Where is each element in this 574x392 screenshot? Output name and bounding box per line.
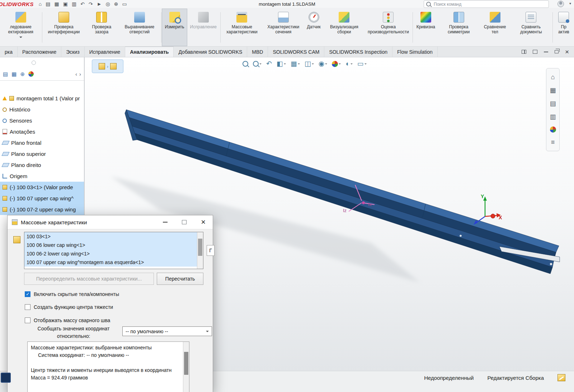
- checkbox-checked-icon[interactable]: [25, 291, 30, 297]
- tree-item-100-07-2[interactable]: (-) 100 07-2 upper cap wing: [0, 204, 84, 215]
- new-document-icon[interactable]: ▦: [55, 0, 59, 8]
- checkbox-icon[interactable]: [25, 304, 30, 310]
- open-icon[interactable]: ▤: [46, 0, 50, 8]
- appearances-icon[interactable]: [550, 126, 556, 133]
- display-style-icon[interactable]: ◫: [305, 60, 314, 68]
- tree-item-100-03[interactable]: (-) 100 03<1> (Valor prede: [0, 182, 84, 193]
- view-palette-icon[interactable]: ▥: [550, 113, 556, 120]
- select-icon[interactable]: ►: [97, 0, 102, 8]
- close-icon[interactable]: ×: [201, 218, 206, 226]
- user-avatar-icon[interactable]: [557, 1, 564, 7]
- feature-tree-tab-icon[interactable]: ▤: [3, 71, 8, 77]
- display-settings-icon[interactable]: ▭: [357, 60, 367, 68]
- ribbon-button-clearance-check[interactable]: Проверка зазора: [85, 9, 119, 46]
- list-item[interactable]: 100 03<1>: [24, 232, 203, 241]
- edit-assembly-icon[interactable]: [557, 374, 565, 381]
- tab-scroll-arrows[interactable]: ‹›: [75, 71, 81, 77]
- property-manager-tab-icon[interactable]: ▦: [11, 71, 17, 77]
- tree-item-100-07[interactable]: (-) 100 07 upper cap wing^: [0, 193, 84, 204]
- ribbon-button-curvature[interactable]: Кривизна: [414, 9, 438, 46]
- tab-dobavleniya-solidworks[interactable]: Добавления SOLIDWORKS: [174, 47, 247, 57]
- checkbox-icon[interactable]: [25, 317, 30, 323]
- section-view-icon[interactable]: ◧: [277, 60, 286, 68]
- view-scene-icon[interactable]: ◐: [345, 60, 352, 68]
- ribbon-button-check-active[interactable]: Пр актив: [554, 9, 574, 46]
- undo-icon[interactable]: ↶: [80, 0, 85, 8]
- home-icon[interactable]: ⌂: [39, 0, 42, 8]
- ribbon-button-interference-check[interactable]: Проверка интерференции: [43, 9, 84, 46]
- properties-icon[interactable]: ▭: [122, 0, 127, 8]
- ribbon-button-section-properties[interactable]: Характеристики сечения: [263, 9, 304, 46]
- ribbon-button-measure[interactable]: Измерить: [162, 9, 187, 46]
- list-scrollbar[interactable]: [197, 232, 203, 269]
- tab-flow-simulation[interactable]: Flow Simulation: [392, 47, 438, 57]
- ribbon-button-assembly-visualization[interactable]: Визуализация сборки: [324, 9, 365, 46]
- redo-icon[interactable]: ↷: [89, 0, 93, 8]
- save-icon[interactable]: ▣: [63, 0, 68, 8]
- panel-collapse-handle[interactable]: [32, 61, 36, 65]
- restore-icon[interactable]: [555, 50, 559, 53]
- view-orientation-icon[interactable]: ▦: [291, 60, 300, 68]
- hide-show-items-icon[interactable]: ◉: [319, 60, 328, 68]
- scrollbar-thumb[interactable]: [184, 352, 188, 375]
- tree-item-sensores[interactable]: Sensores: [0, 115, 84, 126]
- checkbox-row-center-of-mass[interactable]: Создать функцию центра тяжести: [25, 304, 113, 310]
- tab-mbd[interactable]: MBD: [247, 47, 268, 57]
- options-gear-icon[interactable]: ⊕: [114, 0, 118, 8]
- list-item[interactable]: 100 06-2 lower cap wing<1>: [24, 249, 203, 258]
- minimize-icon[interactable]: [544, 52, 548, 52]
- zoom-area-icon[interactable]: [253, 61, 262, 67]
- ribbon-button-hole-alignment[interactable]: Выравнивание отверстий: [119, 9, 160, 46]
- tree-item-historico[interactable]: Histórico: [0, 104, 84, 115]
- command-search[interactable]: [424, 0, 549, 8]
- list-item[interactable]: 100 06 lower cap wing<1>: [24, 241, 203, 249]
- results-textbox[interactable]: Массовые характеристики: выбранные компо…: [27, 341, 189, 392]
- selected-components-list[interactable]: 100 03<1> 100 06 lower cap wing<1> 100 0…: [24, 232, 203, 269]
- tree-item-plano-frontal[interactable]: Plano frontal: [0, 137, 84, 148]
- rebuild-icon[interactable]: ◎: [106, 0, 110, 8]
- recalculate-button[interactable]: Пересчитать: [157, 273, 203, 285]
- maximize-icon[interactable]: [182, 220, 187, 224]
- taskbar-icon[interactable]: [1, 373, 11, 383]
- tree-root-assembly[interactable]: montagem total 1 (Valor pr: [0, 93, 84, 104]
- tree-item-anotacoes[interactable]: Anotações: [0, 126, 84, 137]
- custom-properties-icon[interactable]: ≡: [551, 139, 555, 146]
- checkbox-row-hidden-bodies[interactable]: Включить скрытые тела/компоненты: [25, 291, 119, 297]
- dialog-titlebar[interactable]: Массовые характеристики ×: [8, 215, 213, 229]
- titlebar-caret-icon[interactable]: ▾: [569, 1, 571, 5]
- display-manager-tab-icon[interactable]: [28, 71, 34, 77]
- print-icon[interactable]: ▥: [72, 0, 76, 8]
- previous-view-icon[interactable]: ↶: [266, 60, 272, 68]
- ribbon-button-mass-properties[interactable]: Массовые характеристики: [221, 9, 263, 46]
- pane-single-icon[interactable]: [533, 50, 537, 54]
- tab-solidworks-inspection[interactable]: SOLIDWORKS Inspection: [324, 47, 392, 57]
- ribbon-button-symmetry-check[interactable]: Проверка симметрии: [438, 9, 479, 46]
- tree-item-origem[interactable]: Origem: [0, 171, 84, 182]
- home-icon[interactable]: ⌂: [551, 73, 555, 81]
- tree-item-plano-superior[interactable]: Plano superior: [0, 148, 84, 159]
- tab-raspolozhenie[interactable]: Расположение: [18, 47, 61, 57]
- search-input[interactable]: [433, 1, 546, 7]
- checkbox-row-weld-mass[interactable]: Отображать массу сварного шва: [25, 317, 110, 323]
- file-explorer-icon[interactable]: ▤: [550, 100, 556, 107]
- tree-item-plano-direito[interactable]: Plano direito: [0, 159, 84, 171]
- close-icon[interactable]: ×: [565, 48, 569, 55]
- edit-appearance-icon[interactable]: [332, 61, 341, 67]
- ribbon-button-compare-bodies[interactable]: Сравнение тел: [479, 9, 510, 46]
- minimize-icon[interactable]: [163, 222, 168, 223]
- tab-ispravlenie[interactable]: Исправление: [85, 47, 126, 57]
- configuration-tab-icon[interactable]: ⊕: [20, 71, 25, 77]
- selection-breadcrumb[interactable]: ›: [92, 59, 123, 73]
- tab-sborka[interactable]: рка: [0, 47, 18, 57]
- coordinate-system-dropdown[interactable]: -- по умолчанию --: [122, 326, 212, 336]
- ribbon-button-compare-documents[interactable]: Сравнить документы: [511, 9, 552, 46]
- tab-eskiz[interactable]: Эскиз: [61, 47, 84, 57]
- results-scrollbar[interactable]: [183, 342, 189, 392]
- design-library-icon[interactable]: ▦: [550, 87, 556, 94]
- ribbon-button-performance-evaluation[interactable]: Оценка производительности: [365, 9, 412, 46]
- scrollbar-thumb[interactable]: [198, 239, 202, 256]
- ribbon-button-design-study[interactable]: ледование ектирования: [0, 9, 41, 46]
- ribbon-button-sensor[interactable]: Датчик: [304, 9, 323, 46]
- tab-analizirovat[interactable]: Анализировать: [125, 47, 174, 57]
- zoom-fit-icon[interactable]: [243, 61, 248, 67]
